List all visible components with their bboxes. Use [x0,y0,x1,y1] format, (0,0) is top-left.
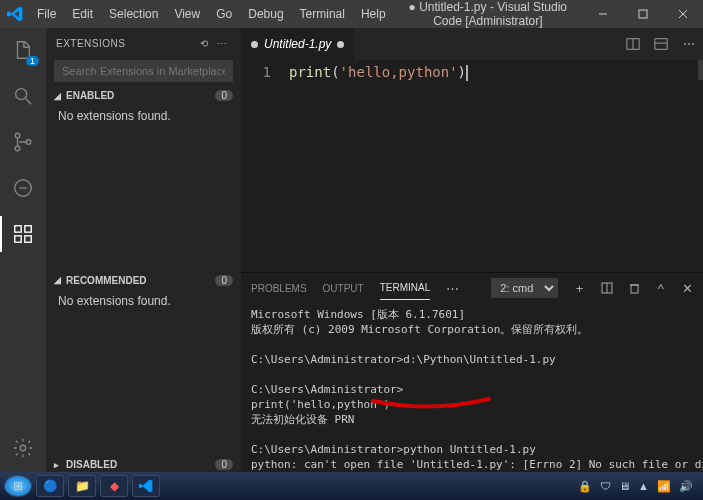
menu-bar: File Edit Selection View Go Debug Termin… [30,3,393,25]
svg-rect-1 [639,10,647,18]
close-panel-icon[interactable]: ✕ [682,281,693,296]
terminal-content[interactable]: Microsoft Windows [版本 6.1.7601] 版权所有 (c)… [241,303,703,472]
taskbar-app-3[interactable]: ◆ [100,475,128,497]
svg-rect-18 [655,39,667,50]
section-enabled-body: No extensions found. [46,103,241,129]
vscode-logo-icon [0,6,30,22]
section-enabled-count: 0 [215,90,233,101]
section-recommended[interactable]: ◢ RECOMMENDED 0 [46,273,241,288]
section-disabled-count: 0 [215,459,233,470]
sidebar-title: EXTENSIONS [56,38,125,49]
section-disabled-label: DISABLED [66,459,117,470]
panel-more-icon[interactable]: ⋯ [446,281,459,296]
chevron-down-icon: ◢ [54,91,66,101]
svg-point-4 [16,89,27,100]
svg-rect-12 [25,226,31,232]
extensions-icon[interactable] [9,220,37,248]
editor-area: Untitled-1.py ⋯ 1 print('hello,python') … [241,28,703,472]
unsaved-dot-icon [337,41,344,48]
split-editor-icon[interactable] [619,28,647,60]
taskbar-app-2[interactable]: 📁 [68,475,96,497]
tray-icon[interactable]: 🛡 [600,480,611,492]
chevron-down-icon: ◢ [54,275,66,285]
explorer-icon[interactable]: 1 [9,36,37,64]
svg-point-6 [15,133,20,138]
minimize-button[interactable] [583,0,623,28]
tray-network-icon[interactable]: 📶 [657,480,671,493]
tab-terminal[interactable]: TERMINAL [380,276,431,300]
minimap[interactable] [698,60,703,80]
maximize-button[interactable] [623,0,663,28]
extensions-search-input[interactable] [54,60,233,82]
source-control-icon[interactable] [9,128,37,156]
system-tray[interactable]: 🔒 🛡 🖥 ▲ 📶 🔊 [578,480,699,493]
debug-icon[interactable] [9,174,37,202]
taskbar-app-1[interactable]: 🔵 [36,475,64,497]
svg-point-15 [20,445,26,451]
tab-untitled-1[interactable]: Untitled-1.py [241,28,354,60]
menu-file[interactable]: File [30,3,63,25]
line-number: 1 [241,62,289,272]
tray-volume-icon[interactable]: 🔊 [679,480,693,493]
window-title: ● Untitled-1.py - Visual Studio Code [Ad… [393,0,583,28]
new-terminal-icon[interactable]: + [574,281,584,296]
tray-icon[interactable]: 🔒 [578,480,592,493]
svg-rect-14 [25,236,31,242]
code-editor[interactable]: 1 print('hello,python') [241,60,703,272]
svg-rect-13 [15,236,21,242]
section-disabled[interactable]: ▸ DISABLED 0 [46,457,241,472]
close-button[interactable] [663,0,703,28]
svg-rect-22 [631,285,638,293]
explorer-badge: 1 [26,56,39,66]
menu-edit[interactable]: Edit [65,3,100,25]
text-cursor [466,65,468,81]
bottom-panel: PROBLEMS OUTPUT TERMINAL ⋯ 2: cmd + ^ ✕ … [241,272,703,472]
layout-icon[interactable] [647,28,675,60]
code-line: print('hello,python') [289,62,703,272]
section-enabled[interactable]: ◢ ENABLED 0 [46,88,241,103]
clear-extensions-icon[interactable]: ⟲ [195,38,213,49]
tray-icon[interactable]: 🖥 [619,480,630,492]
settings-gear-icon[interactable] [9,434,37,462]
terminal-select[interactable]: 2: cmd [491,278,558,298]
menu-go[interactable]: Go [209,3,239,25]
svg-line-5 [26,99,32,105]
menu-help[interactable]: Help [354,3,393,25]
section-recommended-count: 0 [215,275,233,286]
split-terminal-icon[interactable] [601,282,613,294]
svg-point-8 [26,140,31,145]
section-enabled-label: ENABLED [66,90,114,101]
taskbar-vscode[interactable] [132,475,160,497]
menu-terminal[interactable]: Terminal [293,3,352,25]
start-button[interactable]: ⊞ [4,475,32,497]
tab-label: Untitled-1.py [264,37,331,51]
editor-more-icon[interactable]: ⋯ [675,28,703,60]
section-recommended-body: No extensions found. [46,288,241,314]
tab-problems[interactable]: PROBLEMS [251,277,307,300]
more-actions-icon[interactable]: ⋯ [213,38,231,49]
tab-output[interactable]: OUTPUT [323,277,364,300]
menu-debug[interactable]: Debug [241,3,290,25]
extensions-sidebar: EXTENSIONS ⟲ ⋯ ◢ ENABLED 0 No extensions… [46,28,241,472]
editor-tabs: Untitled-1.py ⋯ [241,28,703,60]
chevron-right-icon: ▸ [54,460,66,470]
kill-terminal-icon[interactable] [629,282,640,294]
section-recommended-label: RECOMMENDED [66,275,147,286]
menu-view[interactable]: View [167,3,207,25]
maximize-panel-icon[interactable]: ^ [656,281,666,296]
svg-point-7 [15,146,20,151]
activity-bar: 1 [0,28,46,472]
tray-chevron-icon[interactable]: ▲ [638,480,649,492]
search-icon[interactable] [9,82,37,110]
unsaved-dot-icon [251,41,258,48]
svg-rect-11 [15,226,21,232]
title-bar: File Edit Selection View Go Debug Termin… [0,0,703,28]
menu-selection[interactable]: Selection [102,3,165,25]
windows-taskbar: ⊞ 🔵 📁 ◆ 🔒 🛡 🖥 ▲ 📶 🔊 [0,472,703,500]
